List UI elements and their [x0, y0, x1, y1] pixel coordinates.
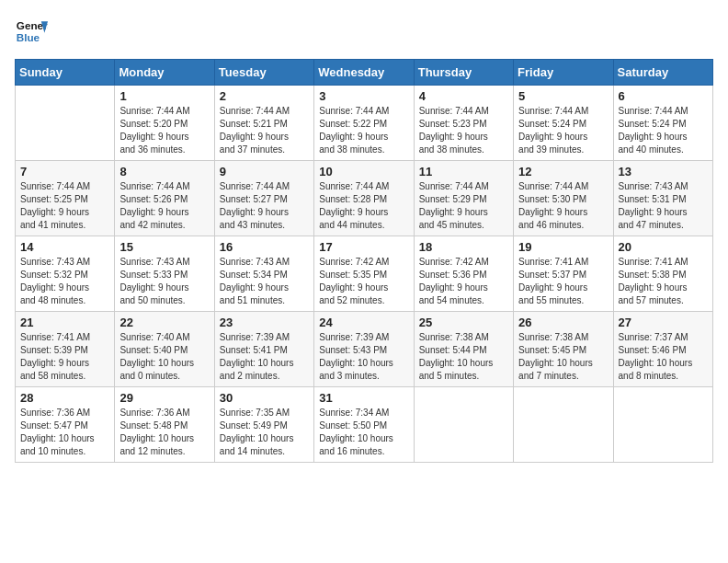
day-info: Sunrise: 7:42 AMSunset: 5:36 PMDaylight:… [419, 256, 508, 307]
calendar-cell: 24Sunrise: 7:39 AMSunset: 5:43 PMDayligh… [314, 312, 414, 387]
day-number: 19 [518, 240, 608, 254]
day-number: 29 [119, 391, 209, 405]
calendar-cell: 7Sunrise: 7:44 AMSunset: 5:25 PMDaylight… [16, 161, 115, 236]
calendar-cell: 30Sunrise: 7:35 AMSunset: 5:49 PMDayligh… [214, 387, 313, 463]
calendar-cell: 8Sunrise: 7:44 AMSunset: 5:26 PMDaylight… [115, 161, 214, 236]
day-number: 7 [20, 165, 109, 178]
day-info: Sunrise: 7:43 AMSunset: 5:31 PMDaylight:… [619, 180, 708, 232]
day-of-week-header: Saturday [613, 60, 712, 86]
day-number: 21 [20, 316, 109, 329]
day-number: 9 [220, 165, 309, 178]
calendar-cell: 20Sunrise: 7:41 AMSunset: 5:38 PMDayligh… [613, 236, 712, 312]
day-info: Sunrise: 7:44 AMSunset: 5:21 PMDaylight:… [220, 105, 309, 156]
day-number: 1 [119, 89, 209, 103]
day-info: Sunrise: 7:44 AMSunset: 5:26 PMDaylight:… [119, 180, 209, 232]
day-info: Sunrise: 7:41 AMSunset: 5:38 PMDaylight:… [619, 256, 708, 307]
day-info: Sunrise: 7:38 AMSunset: 5:45 PMDaylight:… [518, 331, 608, 383]
day-info: Sunrise: 7:44 AMSunset: 5:24 PMDaylight:… [518, 105, 608, 156]
day-info: Sunrise: 7:44 AMSunset: 5:25 PMDaylight:… [20, 180, 109, 232]
day-number: 15 [119, 240, 209, 254]
logo-icon: General Blue [15, 15, 48, 48]
calendar-week-row: 21Sunrise: 7:41 AMSunset: 5:39 PMDayligh… [16, 312, 713, 387]
day-number: 22 [119, 316, 209, 329]
calendar-week-row: 14Sunrise: 7:43 AMSunset: 5:32 PMDayligh… [16, 236, 713, 312]
day-number: 20 [619, 240, 708, 254]
day-number: 12 [518, 165, 608, 178]
day-info: Sunrise: 7:43 AMSunset: 5:33 PMDaylight:… [119, 256, 209, 307]
calendar-table: SundayMondayTuesdayWednesdayThursdayFrid… [15, 59, 713, 463]
day-number: 24 [319, 316, 408, 329]
calendar-week-row: 1Sunrise: 7:44 AMSunset: 5:20 PMDaylight… [16, 86, 713, 161]
day-info: Sunrise: 7:44 AMSunset: 5:22 PMDaylight:… [319, 105, 408, 156]
day-info: Sunrise: 7:43 AMSunset: 5:34 PMDaylight:… [220, 256, 309, 307]
calendar-cell: 26Sunrise: 7:38 AMSunset: 5:45 PMDayligh… [514, 312, 613, 387]
day-number: 18 [419, 240, 508, 254]
day-info: Sunrise: 7:44 AMSunset: 5:29 PMDaylight:… [419, 180, 508, 232]
calendar-cell [613, 387, 712, 463]
day-info: Sunrise: 7:35 AMSunset: 5:49 PMDaylight:… [220, 407, 309, 458]
calendar-cell: 31Sunrise: 7:34 AMSunset: 5:50 PMDayligh… [314, 387, 414, 463]
calendar-cell: 5Sunrise: 7:44 AMSunset: 5:24 PMDaylight… [514, 86, 613, 161]
calendar-cell: 22Sunrise: 7:40 AMSunset: 5:40 PMDayligh… [115, 312, 214, 387]
calendar-cell: 21Sunrise: 7:41 AMSunset: 5:39 PMDayligh… [16, 312, 115, 387]
day-number: 11 [419, 165, 508, 178]
day-info: Sunrise: 7:44 AMSunset: 5:20 PMDaylight:… [119, 105, 209, 156]
day-of-week-header: Tuesday [214, 60, 313, 86]
svg-text:Blue: Blue [17, 31, 40, 43]
day-info: Sunrise: 7:36 AMSunset: 5:47 PMDaylight:… [20, 407, 109, 458]
day-info: Sunrise: 7:41 AMSunset: 5:39 PMDaylight:… [20, 331, 109, 383]
calendar-cell: 6Sunrise: 7:44 AMSunset: 5:24 PMDaylight… [613, 86, 712, 161]
calendar-cell: 25Sunrise: 7:38 AMSunset: 5:44 PMDayligh… [414, 312, 513, 387]
calendar-cell [514, 387, 613, 463]
day-number: 10 [319, 165, 408, 178]
calendar-cell: 16Sunrise: 7:43 AMSunset: 5:34 PMDayligh… [214, 236, 313, 312]
day-number: 8 [119, 165, 209, 178]
day-of-week-header: Sunday [16, 60, 115, 86]
day-info: Sunrise: 7:40 AMSunset: 5:40 PMDaylight:… [119, 331, 209, 383]
calendar-cell: 28Sunrise: 7:36 AMSunset: 5:47 PMDayligh… [16, 387, 115, 463]
day-of-week-header: Friday [514, 60, 613, 86]
day-number: 4 [419, 89, 508, 103]
day-info: Sunrise: 7:39 AMSunset: 5:41 PMDaylight:… [220, 331, 309, 383]
day-info: Sunrise: 7:44 AMSunset: 5:23 PMDaylight:… [419, 105, 508, 156]
day-number: 2 [220, 89, 309, 103]
calendar-cell: 4Sunrise: 7:44 AMSunset: 5:23 PMDaylight… [414, 86, 513, 161]
calendar-cell [414, 387, 513, 463]
day-info: Sunrise: 7:39 AMSunset: 5:43 PMDaylight:… [319, 331, 408, 383]
day-number: 26 [518, 316, 608, 329]
day-info: Sunrise: 7:44 AMSunset: 5:30 PMDaylight:… [518, 180, 608, 232]
day-number: 16 [220, 240, 309, 254]
day-number: 6 [619, 89, 708, 103]
calendar-cell: 29Sunrise: 7:36 AMSunset: 5:48 PMDayligh… [115, 387, 214, 463]
day-number: 31 [319, 391, 408, 405]
day-number: 5 [518, 89, 608, 103]
day-info: Sunrise: 7:38 AMSunset: 5:44 PMDaylight:… [419, 331, 508, 383]
calendar-cell: 1Sunrise: 7:44 AMSunset: 5:20 PMDaylight… [115, 86, 214, 161]
day-info: Sunrise: 7:44 AMSunset: 5:27 PMDaylight:… [220, 180, 309, 232]
calendar-week-row: 28Sunrise: 7:36 AMSunset: 5:47 PMDayligh… [16, 387, 713, 463]
day-info: Sunrise: 7:43 AMSunset: 5:32 PMDaylight:… [20, 256, 109, 307]
day-info: Sunrise: 7:37 AMSunset: 5:46 PMDaylight:… [619, 331, 708, 383]
calendar-header-row: SundayMondayTuesdayWednesdayThursdayFrid… [16, 60, 713, 86]
calendar-cell: 27Sunrise: 7:37 AMSunset: 5:46 PMDayligh… [613, 312, 712, 387]
day-number: 23 [220, 316, 309, 329]
calendar-cell: 12Sunrise: 7:44 AMSunset: 5:30 PMDayligh… [514, 161, 613, 236]
day-info: Sunrise: 7:36 AMSunset: 5:48 PMDaylight:… [119, 407, 209, 458]
calendar-cell: 18Sunrise: 7:42 AMSunset: 5:36 PMDayligh… [414, 236, 513, 312]
calendar-cell: 14Sunrise: 7:43 AMSunset: 5:32 PMDayligh… [16, 236, 115, 312]
day-of-week-header: Wednesday [314, 60, 414, 86]
day-info: Sunrise: 7:41 AMSunset: 5:37 PMDaylight:… [518, 256, 608, 307]
day-number: 3 [319, 89, 408, 103]
calendar-cell: 19Sunrise: 7:41 AMSunset: 5:37 PMDayligh… [514, 236, 613, 312]
day-number: 30 [220, 391, 309, 405]
calendar-cell: 15Sunrise: 7:43 AMSunset: 5:33 PMDayligh… [115, 236, 214, 312]
day-number: 14 [20, 240, 109, 254]
day-number: 25 [419, 316, 508, 329]
day-number: 13 [619, 165, 708, 178]
day-of-week-header: Thursday [414, 60, 513, 86]
day-info: Sunrise: 7:34 AMSunset: 5:50 PMDaylight:… [319, 407, 408, 458]
day-number: 17 [319, 240, 408, 254]
logo: General Blue [15, 15, 48, 48]
calendar-cell: 13Sunrise: 7:43 AMSunset: 5:31 PMDayligh… [613, 161, 712, 236]
day-number: 27 [619, 316, 708, 329]
